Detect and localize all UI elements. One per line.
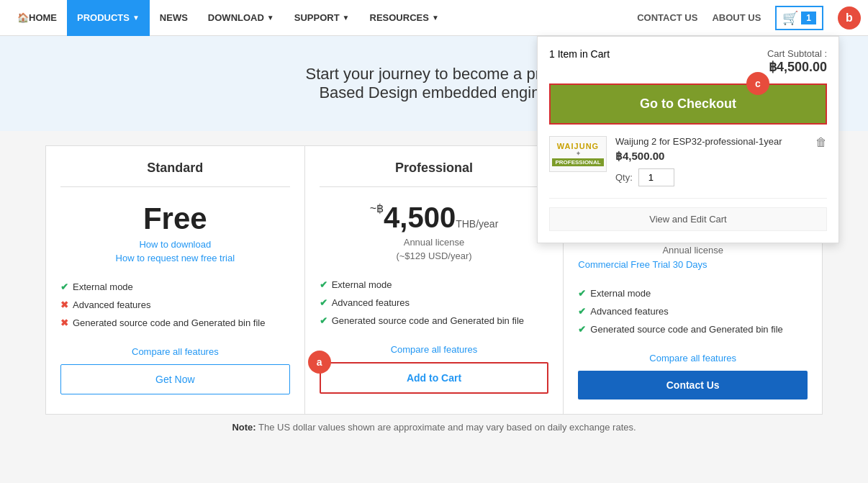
cart-dropdown: 1 Item in Cart Cart Subtotal : ฿4,500.00… xyxy=(537,36,839,243)
nav-products-label: PRODUCTS xyxy=(77,12,130,23)
cart-top-row: 1 Item in Cart Cart Subtotal : ฿4,500.00 xyxy=(549,48,827,75)
compare-link-professional[interactable]: Compare all features xyxy=(320,344,549,355)
nav-support-label: SUPPORT xyxy=(294,12,340,23)
product-tier: PROFESSIONAL xyxy=(552,158,603,166)
price-currency: ~฿ xyxy=(370,202,384,215)
feature-item: ✔Advanced features xyxy=(578,302,808,320)
nav-right: CONTACT US ABOUT US 🛒 1 b xyxy=(637,6,861,30)
nav-home-label: HOME xyxy=(29,12,57,23)
check-icon: ✔ xyxy=(578,288,586,299)
professional-features: ✔External mode ✔Advanced features ✔Gener… xyxy=(320,276,549,330)
price-free: Free xyxy=(60,202,290,236)
product-name: Waijung 2 for ESP32-professional-1year xyxy=(615,136,807,147)
product-brand-suffix: ✦ xyxy=(576,150,581,157)
product-price: ฿4,500.00 xyxy=(615,150,807,163)
add-to-cart-wrapper: a Add to Cart xyxy=(320,362,549,394)
how-to-download-link[interactable]: How to download xyxy=(60,239,290,250)
nav-contact-us-label: CONTACT US xyxy=(637,12,697,23)
pricing-col-standard: Standard Free How to download How to req… xyxy=(46,146,305,414)
resources-dropdown-arrow: ▼ xyxy=(432,14,439,22)
note-content: The US dollar values shown are approxima… xyxy=(256,422,636,433)
qty-row: Qty: xyxy=(615,168,807,186)
nav-resources[interactable]: RESOURCES ▼ xyxy=(360,0,449,36)
feature-item: ✖Advanced features xyxy=(60,296,290,314)
cross-icon: ✖ xyxy=(60,299,68,310)
enterprise-features: ✔External mode ✔Advanced features ✔Gener… xyxy=(578,284,808,338)
cart-button[interactable]: 🛒 1 xyxy=(775,6,823,30)
contact-us-button[interactable]: Contact Us xyxy=(578,371,808,400)
feature-item: ✔Generated source code and Generated bin… xyxy=(320,312,549,330)
nav-left: 🏠 HOME PRODUCTS ▼ NEWS DOWNLOAD ▼ SUPPOR… xyxy=(7,0,449,36)
home-icon: 🏠 xyxy=(17,12,29,23)
cart-subtotal-amount: ฿4,500.00 xyxy=(767,59,827,75)
hero-line1: Start your journey to become a profe xyxy=(305,65,562,83)
annual-label: Annual license xyxy=(320,237,549,248)
annotation-a: a xyxy=(308,351,331,374)
cart-icon: 🛒 xyxy=(782,10,798,26)
nav-news[interactable]: NEWS xyxy=(150,0,198,36)
cart-subtotal: Cart Subtotal : ฿4,500.00 xyxy=(767,48,827,75)
cart-items-label: 1 Item in Cart xyxy=(549,48,610,60)
navbar: 🏠 HOME PRODUCTS ▼ NEWS DOWNLOAD ▼ SUPPOR… xyxy=(0,0,868,36)
how-to-trial-link[interactable]: How to request new free trial xyxy=(60,253,290,263)
annual-usd: (~$129 USD/year) xyxy=(320,250,549,261)
compare-link-enterprise[interactable]: Compare all features xyxy=(578,353,808,364)
check-icon: ✔ xyxy=(578,324,586,335)
nav-news-label: NEWS xyxy=(160,12,188,23)
commercial-trial-link[interactable]: Commercial Free Trial 30 Days xyxy=(578,259,707,270)
nav-download-label: DOWNLOAD xyxy=(208,12,264,23)
product-info: Waijung 2 for ESP32-professional-1year ฿… xyxy=(615,136,807,186)
feature-item: ✔Generated source code and Generated bin… xyxy=(578,320,808,338)
product-brand: WAIJUNG xyxy=(557,142,599,150)
delete-icon[interactable]: 🗑 xyxy=(815,136,827,149)
standard-features: ✔External mode ✖Advanced features ✖Gener… xyxy=(60,278,290,332)
product-thumbnail: WAIJUNG ✦ PROFESSIONAL xyxy=(549,136,607,172)
add-to-cart-button[interactable]: Add to Cart xyxy=(320,362,549,394)
view-edit-cart-button[interactable]: View and Edit Cart xyxy=(549,207,827,231)
check-icon: ✔ xyxy=(578,306,586,317)
download-dropdown-arrow: ▼ xyxy=(267,14,274,22)
get-now-button[interactable]: Get Now xyxy=(60,364,290,394)
feature-item: ✔External mode xyxy=(578,284,808,302)
nav-about-us-label: ABOUT US xyxy=(712,12,761,23)
price-unit: THB/year xyxy=(456,218,498,230)
compare-link-standard[interactable]: Compare all features xyxy=(60,346,290,357)
products-dropdown-arrow: ▼ xyxy=(132,14,140,22)
enterprise-annual: Annual license xyxy=(578,245,808,256)
nav-contact-us[interactable]: CONTACT US xyxy=(637,12,697,23)
cart-badge: 1 xyxy=(801,12,816,24)
nav-download[interactable]: DOWNLOAD ▼ xyxy=(198,0,284,36)
nav-support[interactable]: SUPPORT ▼ xyxy=(284,0,360,36)
check-icon: ✔ xyxy=(320,297,327,308)
support-dropdown-arrow: ▼ xyxy=(343,14,350,22)
checkout-btn-wrapper: c Go to Checkout xyxy=(549,83,827,125)
price-amount: 4,500 xyxy=(384,202,456,233)
user-initial: b xyxy=(846,12,853,24)
note-label: Note: xyxy=(232,422,256,433)
nav-resources-label: RESOURCES xyxy=(370,12,429,23)
hero-line2: Based Design embedded engine xyxy=(319,83,548,101)
feature-item: ✖Generated source code and Generated bin… xyxy=(60,314,290,332)
col-professional-header: Professional xyxy=(320,161,549,187)
nav-about-us[interactable]: ABOUT US xyxy=(712,12,761,23)
check-icon: ✔ xyxy=(60,281,68,292)
cross-icon: ✖ xyxy=(60,317,68,328)
cart-subtotal-label: Cart Subtotal : xyxy=(767,48,827,59)
col-standard-header: Standard xyxy=(60,161,290,187)
feature-item: ✔Advanced features xyxy=(320,294,549,312)
user-avatar[interactable]: b xyxy=(838,6,861,30)
checkout-button[interactable]: Go to Checkout xyxy=(549,83,827,125)
qty-label: Qty: xyxy=(615,172,633,183)
feature-item: ✔External mode xyxy=(320,276,549,294)
price-professional: ~฿4,500THB/year xyxy=(320,202,549,234)
check-icon: ✔ xyxy=(320,279,327,290)
check-icon: ✔ xyxy=(320,315,327,326)
feature-item: ✔External mode xyxy=(60,278,290,296)
qty-input[interactable] xyxy=(638,168,674,186)
nav-products[interactable]: PRODUCTS ▼ xyxy=(67,0,150,36)
note-text: Note: The US dollar values shown are app… xyxy=(45,415,823,440)
annotation-c: c xyxy=(746,72,769,95)
nav-home[interactable]: 🏠 HOME xyxy=(7,0,67,36)
cart-product-row: WAIJUNG ✦ PROFESSIONAL Waijung 2 for ESP… xyxy=(549,136,827,199)
pricing-col-professional: Professional ~฿4,500THB/year Annual lice… xyxy=(305,146,564,414)
